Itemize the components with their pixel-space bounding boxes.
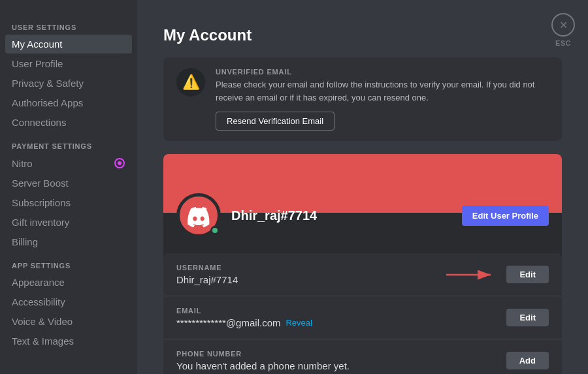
app-settings-label: App Settings: [5, 257, 132, 272]
sidebar-item-label: Voice & Video: [12, 316, 73, 327]
username-field-row: Username Dhir_raj#7714: [163, 253, 562, 296]
sidebar-item-label: My Account: [12, 39, 63, 50]
warning-icon-wrap: ⚠️: [176, 68, 205, 97]
sidebar-item-appearance[interactable]: Appearance: [5, 273, 132, 292]
phone-field-label: Phone Number: [176, 350, 506, 358]
sidebar-item-user-profile[interactable]: User Profile: [5, 54, 132, 73]
email-value-text: *************@gmail.com: [176, 317, 280, 328]
warning-title: Unverified Email: [216, 68, 549, 76]
online-status-dot: [210, 226, 220, 235]
sidebar-item-label: Server Boost: [12, 178, 69, 189]
sidebar-item-privacy-safety[interactable]: Privacy & Safety: [5, 74, 132, 93]
email-field-label: Email: [176, 307, 506, 315]
sidebar-item-label: Accessibility: [12, 296, 65, 307]
username-field-left: Username Dhir_raj#7714: [176, 264, 446, 285]
sidebar-item-label: Authorised Apps: [12, 97, 83, 108]
phone-add-button[interactable]: Add: [506, 352, 549, 369]
resend-verification-button[interactable]: Resend Verification Email: [216, 112, 335, 131]
phone-value-text: You haven't added a phone number yet.: [176, 360, 350, 371]
esc-button[interactable]: ✕ ESC: [551, 13, 575, 47]
sidebar-item-label: Billing: [12, 236, 38, 247]
phone-field-row: Phone Number You haven't added a phone n…: [163, 339, 562, 374]
email-field-row: Email *************@gmail.com Reveal Edi…: [163, 296, 562, 339]
username-field-label: Username: [176, 264, 446, 272]
user-settings-label: User Settings: [5, 18, 132, 34]
sidebar-item-nitro[interactable]: Nitro: [5, 153, 132, 173]
arrow-icon: [446, 268, 498, 281]
email-field-left: Email *************@gmail.com Reveal: [176, 307, 506, 328]
esc-label: ESC: [555, 39, 571, 47]
main-content: ✕ ESC My Account ⚠️ Unverified Email Ple…: [137, 0, 588, 374]
sidebar-item-connections[interactable]: Connections: [5, 113, 132, 132]
payment-settings-label: Payment Settings: [5, 137, 132, 153]
username-value-text: Dhir_raj#7714: [176, 274, 238, 285]
arrow-indicator: [446, 268, 498, 281]
discord-logo-icon: [186, 203, 211, 228]
edit-user-profile-button[interactable]: Edit User Profile: [462, 206, 549, 226]
sidebar-item-voice-video[interactable]: Voice & Video: [5, 312, 132, 331]
profile-header: Dhir_raj#7714 Edit User Profile: [163, 193, 562, 248]
unverified-email-banner: ⚠️ Unverified Email Please check your em…: [163, 57, 562, 141]
sidebar-item-billing[interactable]: Billing: [5, 232, 132, 251]
sidebar-item-label: Appearance: [12, 277, 65, 288]
avatar-wrap: [176, 193, 221, 238]
warning-icon: ⚠️: [182, 74, 200, 91]
phone-field-left: Phone Number You haven't added a phone n…: [176, 350, 506, 371]
page-title: My Account: [163, 26, 562, 44]
sidebar: User Settings My Account User Profile Pr…: [0, 0, 137, 374]
svg-point-1: [118, 161, 122, 165]
email-field-value: *************@gmail.com Reveal: [176, 317, 506, 328]
sidebar-item-label: Nitro: [12, 158, 33, 169]
sidebar-item-my-account[interactable]: My Account: [5, 35, 132, 54]
sidebar-item-text-images[interactable]: Text & Images: [5, 332, 132, 351]
email-edit-button[interactable]: Edit: [506, 309, 549, 326]
warning-text: Please check your email and follow the i…: [216, 78, 549, 104]
nitro-icon: [114, 157, 125, 169]
fields-section: Username Dhir_raj#7714: [163, 253, 562, 374]
sidebar-item-label: Gift inventory: [12, 217, 69, 228]
sidebar-item-label: User Profile: [12, 58, 63, 69]
profile-card: Dhir_raj#7714 Edit User Profile Username…: [163, 154, 562, 374]
reveal-email-link[interactable]: Reveal: [286, 318, 312, 328]
esc-circle-icon: ✕: [551, 13, 575, 37]
sidebar-item-label: Text & Images: [12, 335, 74, 347]
sidebar-item-authorised-apps[interactable]: Authorised Apps: [5, 93, 132, 112]
sidebar-item-label: Privacy & Safety: [12, 78, 84, 89]
phone-field-value: You haven't added a phone number yet.: [176, 360, 506, 371]
username-edit-button[interactable]: Edit: [506, 266, 549, 283]
sidebar-item-server-boost[interactable]: Server Boost: [5, 174, 132, 193]
username-display: Dhir_raj#7714: [231, 208, 451, 223]
username-field-value: Dhir_raj#7714: [176, 274, 446, 285]
sidebar-item-subscriptions[interactable]: Subscriptions: [5, 193, 132, 212]
warning-content: Unverified Email Please check your email…: [216, 68, 549, 131]
sidebar-item-accessibility[interactable]: Accessibility: [5, 292, 132, 311]
sidebar-item-label: Subscriptions: [12, 197, 71, 208]
sidebar-item-gift-inventory[interactable]: Gift inventory: [5, 213, 132, 232]
sidebar-item-label: Connections: [12, 117, 66, 128]
